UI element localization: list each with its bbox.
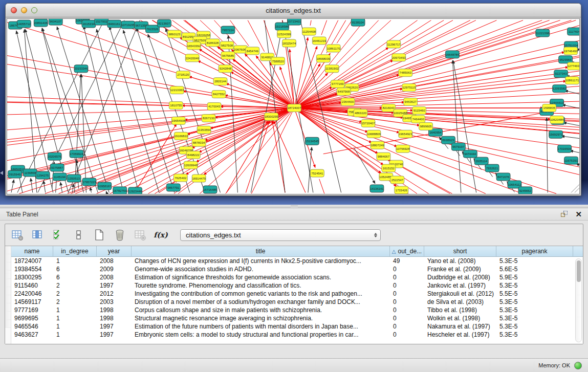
table-cell[interactable]: 2003 [97,298,132,306]
graph-node[interactable]: 12093582 [553,85,567,93]
graph-node[interactable]: 8466161 [107,20,121,28]
table-cell[interactable]: 9463627 [11,331,53,339]
graph-node[interactable]: 6679197 [451,143,465,150]
table-cell[interactable]: 49 [390,257,424,265]
graph-node[interactable]: 6497568 [337,88,351,96]
graph-node[interactable]: 7524541 [310,169,324,177]
graph-node[interactable]: 1294275 [36,171,50,179]
table-cell[interactable]: 2008 [97,257,132,265]
graph-node[interactable]: 15692971 [549,130,563,138]
table-cell[interactable]: 2 [53,290,97,298]
table-cell[interactable]: 1 [53,331,97,339]
graph-node[interactable]: 20206576 [48,152,61,160]
table-cell[interactable]: 0 [390,281,424,290]
graph-node[interactable]: 18807249 [371,141,384,149]
table-cell[interactable]: 0 [390,322,424,331]
graph-node[interactable]: 8498222 [186,151,200,159]
network-canvas[interactable]: 1867402140557122089140696041071065328720… [7,18,580,194]
graph-node[interactable]: 7485063 [399,69,412,77]
delete-column-icon[interactable] [113,228,127,242]
table-cell[interactable]: Estimation of significance thresholds fo… [132,273,390,281]
graph-node[interactable]: 7588520 [271,57,285,65]
graph-node[interactable]: 10719155 [121,21,135,29]
table-cell[interactable]: Estimation of the future numbers of pati… [132,322,390,331]
table-cell[interactable]: 5.3E-5 [496,298,573,306]
table-cell[interactable]: 5.3E-5 [496,331,573,339]
graph-node[interactable]: 9860123 [167,30,181,38]
graph-node[interactable]: 22420046 [185,54,199,62]
float-panel-icon[interactable] [561,211,568,217]
graph-node[interactable]: 10861170 [326,45,340,52]
graph-node[interactable]: 12524399 [277,30,291,38]
graph-node[interactable]: 12609948 [184,161,198,169]
graph-node[interactable]: 9857791 [166,184,180,191]
graph-node[interactable]: 1733426 [395,186,408,194]
graph-node[interactable]: 1145194 [53,173,67,181]
select-rows-icon[interactable] [51,228,66,242]
table-cell[interactable]: 5.3E-5 [496,322,573,331]
graph-node[interactable]: 18668039 [316,55,330,62]
table-cell[interactable]: Corpus callosum shape and size in male p… [132,306,390,314]
delete-table-icon[interactable] [133,228,147,242]
graph-node[interactable]: 2522547 [390,176,404,184]
table-row[interactable]: 1456911722003Disruption of a novel membe… [11,298,583,306]
table-cell[interactable]: 1997 [97,331,132,339]
graph-node[interactable]: 14055712 [17,20,31,28]
column-header-in_degree[interactable]: in_degree [53,246,97,256]
graph-node[interactable]: 20153346 [74,65,88,73]
column-header-name[interactable]: name [11,246,53,256]
table-cell[interactable]: 0 [390,314,424,322]
graph-node[interactable]: 4863220 [354,109,367,117]
graph-node[interactable]: 16782759 [113,187,127,194]
graph-node[interactable]: 16914479 [192,174,206,182]
graph-node[interactable]: 11675391 [564,157,578,164]
graph-node[interactable]: 17359924 [70,150,83,158]
column-header-title[interactable]: title [132,246,390,256]
table-cell[interactable]: Yano et al. (2008) [424,257,496,265]
table-row[interactable]: 977716911998Corpus callosum shape and si… [11,306,583,314]
table-cell[interactable]: 9699695 [11,314,53,322]
graph-node[interactable]: 8138104 [351,19,365,26]
graph-node[interactable]: 9463627 [404,98,418,106]
graph-node[interactable]: 2718120 [176,71,190,79]
graph-node[interactable]: 4170043 [207,103,221,111]
table-cell[interactable]: Changes of HCN gene expression and I(f) … [132,257,390,265]
graph-node[interactable]: 1595835 [542,104,556,112]
graph-node[interactable]: 15723401 [288,19,301,25]
graph-node[interactable]: 16648784 [445,51,459,58]
graph-node[interactable]: 1350513 [67,174,81,182]
graph-node[interactable]: 15720407 [361,119,375,127]
graph-node[interactable]: 18300295 [265,113,278,120]
table-cell[interactable]: Embryonic stem cells: a model to study s… [132,331,390,339]
graph-node[interactable]: 8427552 [212,91,226,98]
table-cell[interactable]: 2009 [97,265,132,273]
graph-node[interactable]: 17957223 [82,178,96,186]
graph-node[interactable]: 1156868 [23,169,37,177]
table-cell[interactable]: Investigating the contribution of common… [132,290,390,298]
scrollbar-thumb[interactable] [577,260,581,282]
graph-node[interactable]: 10620484 [550,116,564,123]
table-vertical-scrollbar[interactable] [575,258,582,342]
table-cell[interactable]: 0 [390,306,424,314]
table-cell[interactable]: Nakamura et al. (1997) [424,322,496,331]
table-cell[interactable]: Genome-wide association studies in ADHD. [132,265,390,273]
graph-node[interactable]: 1527002 [95,19,108,25]
table-row[interactable]: 946554611997Estimation of the future num… [11,322,583,331]
new-column-icon[interactable] [92,228,106,242]
table-cell[interactable]: 5.6E-5 [496,265,573,273]
table-row[interactable]: 946362711997Embryonic stem cells: a mode… [11,331,583,339]
graph-node[interactable]: 19218586 [275,23,289,30]
network-view-window[interactable]: citations_edges.txt 18674021405571220891… [5,3,581,196]
table-cell[interactable]: 1 [53,257,97,265]
table-cell[interactable]: 2 [53,281,97,290]
table-cell[interactable]: 9115460 [11,281,53,290]
close-panel-icon[interactable]: ✕ [575,211,582,218]
graph-node[interactable]: 3915949 [8,170,21,178]
graph-node[interactable]: 11221398 [536,29,550,37]
graph-node[interactable]: 10958167 [98,182,112,190]
table-cell[interactable]: Structural magnetic resonance image aver… [132,314,390,322]
table-cell[interactable]: 1 [53,314,97,322]
table-cell[interactable]: Dudbridge et al. (2008) [424,273,496,281]
graph-node[interactable]: 9884067 [377,152,390,160]
table-row[interactable]: 969969511998Structural magnetic resonanc… [11,314,583,322]
